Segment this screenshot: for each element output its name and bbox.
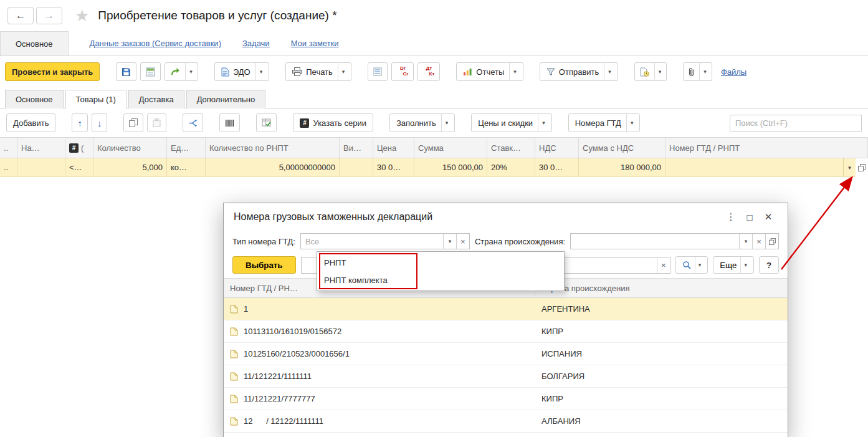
add-row-button[interactable]: Добавить [6,113,55,132]
select-button[interactable]: Выбрать [232,256,296,274]
prices-menu-caret-icon[interactable]: ▾ [538,114,545,132]
gtd-type-clear-icon[interactable]: × [456,234,469,249]
nav-link-notes[interactable]: Мои заметки [291,39,339,48]
create-based-on-menu-caret-icon[interactable]: ▾ [185,63,193,80]
specify-series-button[interactable]: # Указать серии [293,113,373,132]
cell-name[interactable] [17,158,65,177]
grid-header-quantity[interactable]: Количество [93,138,167,158]
reports-button[interactable]: Отчеты ▾ [456,62,523,81]
dtkt-button[interactable]: ДтКт [417,62,440,81]
dialog-search-clear-icon[interactable]: × [657,257,670,273]
grid-header-amount-vat[interactable]: Сумма с НДС [579,138,665,158]
search-menu-caret-icon[interactable]: ▾ [695,257,702,273]
grid-header-kind[interactable]: Ви… [340,138,373,158]
tab-goods[interactable]: Товары (1) [65,90,126,108]
schedule-menu-caret-icon[interactable]: ▾ [654,63,662,80]
grid-header-price[interactable]: Цена [373,138,414,158]
reports-menu-caret-icon[interactable]: ▾ [509,63,517,80]
country-open-button[interactable] [765,234,778,249]
grid-header-unit[interactable]: Ед… [167,138,206,158]
cell-qty-rnpt[interactable]: 5,00000000000 [206,158,340,177]
cell-gtd[interactable]: ▾ [665,158,856,177]
create-based-on-button[interactable]: ▾ [165,62,198,81]
dialog-maximize-button[interactable]: □ [740,208,759,226]
grid-search-input[interactable] [730,118,861,128]
grid-header-vat[interactable]: НДС [535,138,579,158]
post-button[interactable] [140,62,161,81]
gtd-table-row[interactable]: 10113110/161019/0156572 КИПР [224,320,788,343]
schedule-button[interactable]: ▾ [634,62,667,81]
gtd-table-row[interactable]: 11/121221/7777777 КИПР [224,388,788,410]
grid-header-qty-rnpt[interactable]: Количество по РНПТ [206,138,340,158]
fill-menu-caret-icon[interactable]: ▾ [441,114,449,132]
grid-header-gtd[interactable]: Номер ГТД / РНПТ [665,138,868,158]
copy-row-button[interactable] [123,113,143,132]
more-button[interactable]: Еще ▾ [713,256,754,274]
attachments-menu-caret-icon[interactable]: ▾ [699,63,707,80]
cell-price[interactable]: 30 0… [373,158,414,177]
cell-marker[interactable]: .. [0,158,17,177]
save-button[interactable] [116,62,136,81]
cell-rate[interactable]: 20% [487,158,535,177]
exchange-button[interactable] [183,113,203,132]
cell-amount[interactable]: 150 000,00 [414,158,487,177]
more-menu-caret-icon[interactable]: ▾ [740,257,747,273]
grid-header-marker[interactable]: .. [0,138,17,158]
nav-link-orders[interactable]: Данные заказов (Сервис доставки) [90,39,221,48]
dropdown-option-rnpt-set[interactable]: РНПТ комплекта [317,271,564,289]
edo-button[interactable]: ЭДО ▾ [214,62,269,81]
gtd-menu-caret-icon[interactable]: ▾ [626,114,634,132]
nav-link-tasks[interactable]: Задачи [242,39,270,48]
tab-main[interactable]: Основное [5,90,64,108]
cell-amount-vat[interactable]: 180 000,00 [579,158,665,177]
country-dropdown-icon[interactable]: ▾ [739,234,752,249]
attachments-button[interactable]: ▾ [683,62,712,81]
cell-unit[interactable]: ко… [167,158,206,177]
cell-quantity[interactable]: 5,000 [93,158,167,177]
edo-menu-caret-icon[interactable]: ▾ [255,63,263,80]
gtd-cell-dropdown-icon[interactable]: ▾ [843,158,856,176]
back-button[interactable]: ← [7,7,34,24]
move-down-button[interactable]: ↓ [92,113,108,132]
grid-header-name[interactable]: На… [17,138,65,158]
cell-characteristic[interactable]: <… [65,158,93,177]
post-and-close-button[interactable]: Провести и закрыть [5,62,100,81]
grid-header-characteristic[interactable]: #( [65,138,93,158]
gtd-type-input[interactable] [301,234,443,249]
prices-discounts-button[interactable]: Цены и скидки ▾ [471,113,551,132]
gtd-table-row[interactable]: 10125160/210523/0001656/1 ИСПАНИЯ [224,343,788,365]
print-button[interactable]: Печать ▾ [285,62,351,81]
tab-delivery[interactable]: Доставка [128,90,184,108]
nav-tab-main[interactable]: Основное [0,31,69,55]
tab-additional[interactable]: Дополнительно [186,90,266,108]
send-button[interactable]: Отправить ▾ [540,62,618,81]
grid-header-rate[interactable]: Ставк… [487,138,535,158]
gtd-table-row[interactable]: 1 АРГЕНТИНА [224,298,788,320]
paste-row-button[interactable] [147,113,166,132]
gtd-table-row[interactable]: 12 / 12122/1111111 АЛБАНИЯ [224,410,788,433]
register-records-button[interactable] [368,62,388,81]
gtd-cell-open-button[interactable] [856,158,868,177]
print-menu-caret-icon[interactable]: ▾ [338,63,345,80]
cell-kind[interactable] [340,158,373,177]
check-fill-button[interactable] [256,113,277,132]
forward-button[interactable]: → [36,7,62,24]
gtd-table-header-country[interactable]: Страна происхождения [535,279,788,297]
grid-header-amount[interactable]: Сумма [414,138,487,158]
dialog-menu-button[interactable]: ⋮ [722,208,740,226]
drcr-button[interactable]: DrCr [391,62,414,81]
dialog-close-button[interactable]: ✕ [759,208,778,226]
dropdown-option-rnpt[interactable]: РНПТ [317,254,564,271]
fill-menu-button[interactable]: Заполнить ▾ [389,113,455,132]
gtd-table-row[interactable]: 11/121221/1111111 БОЛГАРИЯ [224,365,788,388]
gtd-type-dropdown-icon[interactable]: ▾ [443,234,456,249]
favorite-star-icon[interactable]: ★ [75,7,89,24]
files-link[interactable]: Файлы [721,67,746,77]
send-menu-caret-icon[interactable]: ▾ [604,63,611,80]
help-button[interactable]: ? [759,256,779,274]
country-clear-icon[interactable]: × [752,234,765,249]
cell-vat[interactable]: 30 0… [535,158,579,177]
move-up-button[interactable]: ↑ [72,113,88,132]
search-menu-button[interactable]: ▾ [675,256,708,274]
country-input[interactable] [571,234,739,249]
